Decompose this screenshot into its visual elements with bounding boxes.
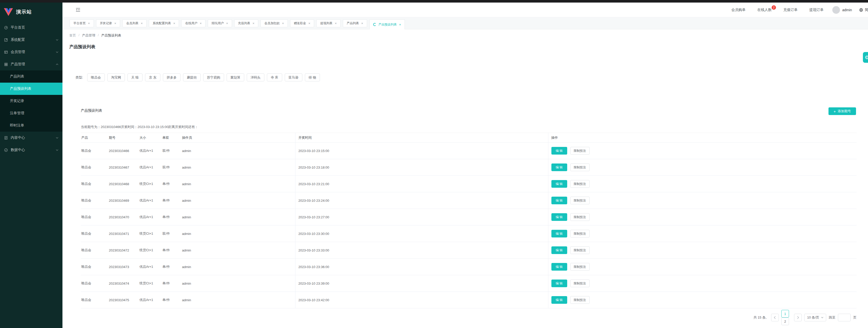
jump-page-input[interactable] <box>838 314 851 321</box>
sidebar-item-product-preset-list[interactable]: 产品预设列表 <box>0 83 62 95</box>
tab-member-adjustment[interactable]: 会员加扣款× <box>260 20 288 27</box>
filter-brand-pinduoduo[interactable]: 拼多多 <box>163 73 181 81</box>
filter-brand-juhuasuan[interactable]: 聚划算 <box>227 73 244 81</box>
next-page-button[interactable] <box>794 314 802 321</box>
sidebar-item-system-config[interactable]: 系统配置 <box>0 34 62 46</box>
sidebar-item-product-management[interactable]: 产品管理 <box>0 58 62 70</box>
sidebar-item-label: 即时注单 <box>10 123 24 128</box>
breadcrumb-home[interactable]: 首页 <box>69 33 76 38</box>
language-switcher[interactable]: 简体中文 <box>859 8 868 12</box>
close-icon[interactable]: × <box>199 22 202 25</box>
sidebar-item-instant-bets[interactable]: 即时注单 <box>0 119 62 131</box>
edit-button[interactable]: 编 辑 <box>551 279 567 287</box>
chevron-down-icon <box>56 51 58 53</box>
settings-gear-button[interactable]: ⚙ <box>863 52 868 63</box>
menu-fold-icon[interactable] <box>76 8 80 12</box>
close-icon[interactable]: × <box>335 22 337 25</box>
tab-bonus-gift[interactable]: 赠送彩金× <box>290 20 314 27</box>
close-icon[interactable]: × <box>173 22 175 25</box>
header-link-online-count[interactable]: 在线人数2 <box>757 8 772 12</box>
add-issue-button[interactable]: + 添加期号 <box>829 108 856 115</box>
sidebar-item-content-center[interactable]: 内容中心 <box>0 131 62 144</box>
sidebar-item-draw-records[interactable]: 开奖记录 <box>0 95 62 107</box>
tab-escort-users[interactable]: 陪玩用户× <box>208 20 232 27</box>
jump-suffix: 页 <box>853 315 857 320</box>
tab-product-list[interactable]: 产品列表× <box>343 20 367 27</box>
filter-brand-tmall[interactable]: 天 猫 <box>127 73 143 81</box>
close-icon[interactable]: × <box>253 22 255 25</box>
filter-brand-jd[interactable]: 京 东 <box>145 73 160 81</box>
tab-platform-home[interactable]: 平台首页× <box>70 20 94 27</box>
filter-brand-yangmatou[interactable]: 洋码头 <box>247 73 265 81</box>
limit-bet-button[interactable]: 限制投注 <box>570 246 590 254</box>
limit-bet-button[interactable]: 限制投注 <box>570 230 590 237</box>
edit-button[interactable]: 编 辑 <box>551 263 567 271</box>
tab-recharge-list[interactable]: 充值列表× <box>234 20 258 27</box>
tab-product-preset-list[interactable]: 产品预设列表× <box>369 20 405 29</box>
edit-button[interactable]: 编 辑 <box>551 147 567 155</box>
limit-bet-button[interactable]: 限制投注 <box>570 147 590 155</box>
filter-brand-secoo[interactable]: 寺 库 <box>267 73 282 81</box>
edit-button[interactable]: 编 辑 <box>551 180 567 188</box>
card-title: 产品预设列表 <box>81 109 102 113</box>
header-link-recharge-orders[interactable]: 充值订单 <box>783 8 798 12</box>
chevron-down-icon <box>56 137 58 139</box>
filter-brand-amazon[interactable]: 亚马逊 <box>285 73 302 81</box>
tab-system-config-list[interactable]: 系统配置列表× <box>149 20 179 27</box>
page-button-1[interactable]: 1 <box>781 310 789 318</box>
close-icon[interactable]: × <box>141 22 143 25</box>
limit-bet-button[interactable]: 限制投注 <box>570 263 590 271</box>
tab-withdraw-list[interactable]: 提现列表× <box>316 20 341 27</box>
close-icon[interactable]: × <box>88 22 90 25</box>
limit-bet-button[interactable]: 限制投注 <box>570 180 590 188</box>
tab-draw-records[interactable]: 开奖记录× <box>96 20 120 27</box>
filter-brand-dewu[interactable]: 得 物 <box>305 73 320 81</box>
prev-page-button[interactable] <box>771 314 779 321</box>
vue-logo-icon <box>4 8 13 16</box>
sidebar-item-product-list[interactable]: 产品列表 <box>0 70 62 83</box>
logo[interactable]: 演示站 <box>0 3 62 22</box>
page-size-select[interactable]: 10 条/页 <box>804 314 826 321</box>
limit-bet-button[interactable]: 限制投注 <box>570 296 590 304</box>
top-black-strip <box>0 0 868 3</box>
edit-button[interactable]: 编 辑 <box>551 197 567 204</box>
close-icon[interactable]: × <box>115 22 117 25</box>
page-button-2[interactable]: 2 <box>781 318 789 325</box>
cell-product: 唯品会 <box>81 259 108 275</box>
sidebar-item-member-management[interactable]: 会员管理 <box>0 46 62 58</box>
close-icon[interactable]: × <box>282 22 284 25</box>
edit-button[interactable]: 编 辑 <box>551 163 567 171</box>
col-header: 产品 <box>81 133 108 143</box>
cell-operator: admin <box>182 226 295 242</box>
filter-brand-mogujie[interactable]: 蘑菇街 <box>183 73 200 81</box>
close-icon[interactable]: × <box>308 22 310 25</box>
plus-icon: + <box>834 110 836 113</box>
table-row: 唯品会20230310475优品Ar+1单/件admin2023-03-10 2… <box>81 292 857 308</box>
tab-member-list[interactable]: 会员列表× <box>122 20 147 27</box>
filter-brand-suning[interactable]: 苏宁易购 <box>203 73 224 81</box>
header-link-withdraw-orders[interactable]: 提现订单 <box>809 8 824 12</box>
edit-button[interactable]: 编 辑 <box>551 213 567 221</box>
filter-brand-weipinhui[interactable]: 唯品会 <box>87 73 105 81</box>
close-icon[interactable]: × <box>226 22 228 25</box>
cell-oddeven: 双/件 <box>162 143 182 159</box>
limit-bet-button[interactable]: 限制投注 <box>570 197 590 204</box>
limit-bet-button[interactable]: 限制投注 <box>570 163 590 171</box>
edit-button[interactable]: 编 辑 <box>551 230 567 237</box>
appstore-icon <box>4 62 8 66</box>
header-link-member-orders[interactable]: 会员购单 <box>731 8 746 12</box>
tab-online-users[interactable]: 在线用户× <box>181 20 206 27</box>
edit-button[interactable]: 编 辑 <box>551 296 567 304</box>
cell-product: 唯品会 <box>81 192 108 209</box>
cell-draw_time: 2023-03-10 23:33:00 <box>295 242 548 259</box>
sidebar-item-platform-home[interactable]: 平台首页 <box>0 22 62 34</box>
edit-button[interactable]: 编 辑 <box>551 246 567 254</box>
close-icon[interactable]: × <box>361 22 363 25</box>
filter-brand-taobao[interactable]: 淘宝网 <box>107 73 125 81</box>
sidebar-item-data-center[interactable]: 数据中心 <box>0 144 62 156</box>
user-menu[interactable]: admin <box>832 6 852 14</box>
limit-bet-button[interactable]: 限制投注 <box>570 213 590 221</box>
limit-bet-button[interactable]: 限制投注 <box>570 279 590 287</box>
close-icon[interactable]: × <box>399 23 401 27</box>
sidebar-item-bet-management[interactable]: 注单管理 <box>0 107 62 119</box>
